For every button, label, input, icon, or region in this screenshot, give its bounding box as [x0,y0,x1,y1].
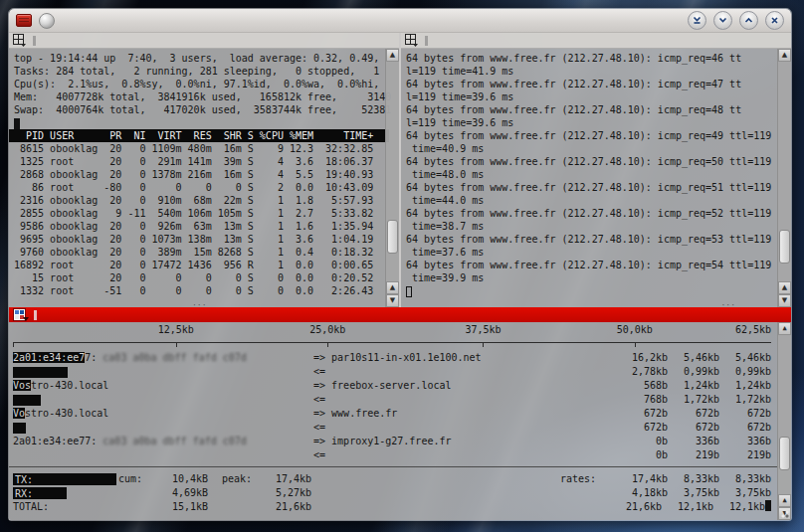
tx-cum: 10,4kB [158,472,208,486]
scroll-up-button[interactable]: ▲ [386,49,399,62]
rate-40s: 672b [719,421,771,435]
active-view-header-strip[interactable] [9,307,791,322]
ping-line: time=39.9 ms [406,271,775,284]
bandwidth-scale: 12,5kb 25,0kb 37,5kb 50,0kb 62,5kb [13,324,771,336]
ping-screen[interactable]: 64 bytes from www.free.fr (212.27.48.10)… [401,49,791,307]
remote-host: => freebox-server.local [313,379,616,393]
process-row: 2855 obooklag 9 -11 540m 106m 105m S 1 2… [14,207,383,220]
scroll-up-button[interactable]: ▲ [778,322,791,335]
process-row: 15 root 20 0 0 0 0 S 0 0.0 0:20.52 [14,271,383,284]
chevron-down-icon [717,15,728,26]
tx-peak: 17,4kb [260,472,311,486]
rate-40s: 1,24kb [719,379,771,393]
view-header-strip [401,33,791,49]
bandwidth-ruler [13,342,771,347]
total-cum: 15,1kB [158,500,208,514]
top-terminal-row: top - 19:14:44 up 7:40, 3 users, load av… [9,33,791,307]
rate-2s: 568b [616,379,668,393]
rate-2s: 672b [616,407,668,421]
direction-arrow: <= [313,366,325,377]
scale-label: 62,5kb [735,324,771,335]
rate-2s: 0b [616,448,668,462]
ping-line: 64 bytes from www.free.fr (212.27.48.10)… [406,52,775,65]
connection-row: Vostro-430.local => www.free.fr 672b 672… [13,407,771,421]
top-summary-line: Tasks: 284 total, 2 running, 281 sleepin… [14,65,383,78]
window-titlebar[interactable] [9,9,791,33]
total-rate-40s: 12,1kb [713,500,765,514]
process-row: 9760 obooklag 20 0 389m 15m 8268 S 1 0.4… [14,246,383,259]
close-button[interactable] [765,11,784,30]
process-row: 2868 obooklag 20 0 1378m 216m 16m S 4 5.… [14,168,383,181]
local-host: 2a01:e34:ee77: ca03 a0ba dbff fafd c07d [13,435,313,448]
rate-10s: 1,72kb [668,393,719,407]
scroll-up-button[interactable]: ▲ [778,49,791,62]
keep-below-icon [692,15,703,26]
connection-row: <= 0b 219b 219b [13,448,771,462]
split-view-menu-icon[interactable] [13,308,26,321]
scroll-down-button[interactable]: ▼ [386,294,399,307]
top-command-pane: top - 19:14:44 up 7:40, 3 users, load av… [9,33,399,307]
process-row: 1332 root -51 0 0 0 0 S 0 0.0 2:26.43 [14,284,383,297]
local-host: Vostro-430.local [13,379,313,393]
view-cursor-mark [33,36,36,46]
tx-traffic-bar: TX: [13,473,116,485]
scroll-up-button[interactable]: ▲ [778,494,791,507]
remote-host: => par10s11-in-x01.1e100.net [313,351,616,365]
scroll-up-button[interactable]: ▲ [386,281,399,294]
top-command-screen[interactable]: top - 19:14:44 up 7:40, 3 users, load av… [9,49,399,307]
connection-row: <= 768b 1,72kb 1,72kb [13,393,771,407]
tx-rate-10s: 8,33kb [668,472,719,486]
keep-below-button[interactable] [688,11,706,30]
app-icon[interactable] [16,14,32,27]
rates-label: rates: [560,472,616,486]
connection-row: <= 672b 672b 672b [13,421,771,435]
local-host [13,421,313,435]
traffic-bar [13,367,68,378]
ping-line: 64 bytes from www.free.fr (212.27.48.10)… [406,259,775,271]
desktop: { "colors": { "active_view_bar": "#c8060… [0,0,804,532]
redacted-address: ca03 a0ba dbff fafd c07d [97,352,247,363]
splitter-handle-dots[interactable]: ··· [721,300,736,310]
scrollbar[interactable]: ▲ ▲ ▼ [777,49,791,307]
rate-40s: 672b [719,407,771,421]
scrollbar-thumb[interactable] [779,437,790,470]
scrollbar-thumb[interactable] [387,220,398,254]
rate-10s: 336b [668,435,719,448]
scrollbar[interactable]: ▲ ▲ ▼ [777,322,791,520]
splitter-handle-dots[interactable]: ··· [193,300,208,310]
total-row: TOTAL: 15,1kB 21,6kb 21,6kb 12,1kb 12,1k… [13,500,771,514]
split-view-menu-icon[interactable] [12,33,27,48]
scroll-up-button[interactable]: ▲ [778,281,791,294]
split-view-menu-icon[interactable] [404,33,419,48]
scale-label: 12,5kb [158,324,194,335]
maximize-button[interactable] [739,11,758,30]
rate-10s: 1,24kb [668,379,719,393]
scale-label: 25,0kb [309,324,345,335]
on-all-desktops-button[interactable] [39,13,55,29]
rate-2s: 16,2kb [616,351,668,365]
chevron-down-icon [23,317,29,321]
ping-line: 64 bytes from www.free.fr (212.27.48.10)… [406,103,775,116]
window-resize-grip[interactable] [778,507,791,520]
scroll-down-button[interactable]: ▼ [778,294,791,307]
remote-host: <= [313,365,616,379]
traffic-bar-highlight: Vos [13,380,31,391]
local-host: 2a01:e34:ee77: ca03 a0ba dbff fafd c07d [13,351,313,365]
rate-2s: 768b [616,393,668,407]
rate-10s: 0,99kb [668,365,719,379]
rate-40s: 219b [719,448,771,462]
traffic-bar-highlight: 2a01:e34:ee7 [13,352,85,363]
iftop-pane[interactable]: 12,5kb 25,0kb 37,5kb 50,0kb 62,5kb 2a01:… [9,322,791,520]
view-header-strip [9,33,399,49]
process-row: 9695 obooklag 20 0 1073m 138m 13m S 1 3.… [14,233,383,246]
view-cursor-mark [34,310,37,320]
minimize-button[interactable] [713,11,732,30]
rate-10s: 219b [668,448,719,462]
redacted-address: ca03 a0ba dbff fafd c07d [97,436,247,446]
local-host [13,365,313,379]
scale-label: 50,0kb [617,324,653,335]
connection-row: 2a01:e34:ee77: ca03 a0ba dbff fafd c07d … [13,351,771,365]
total-rate-10s: 12,1kb [662,500,713,514]
scrollbar[interactable]: ▲ ▲ ▼ [385,49,399,307]
scrollbar-thumb[interactable] [779,230,790,264]
